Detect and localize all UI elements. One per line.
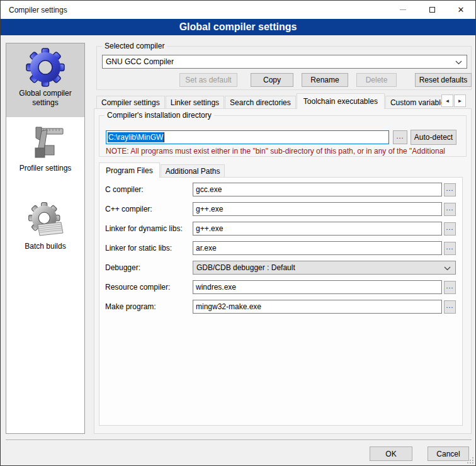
- debugger-select-value: GDB/CDB debugger : Default: [196, 263, 295, 272]
- sidebar-item-global-compiler-settings[interactable]: Global compiler settings: [6, 43, 84, 117]
- chevron-down-icon: [444, 266, 451, 271]
- make-program-input[interactable]: [193, 300, 442, 314]
- window-title: Compiler settings: [9, 6, 67, 14]
- close-icon: ✕: [458, 6, 465, 14]
- installation-directory-browse-button[interactable]: ...: [393, 130, 407, 144]
- reset-defaults-button[interactable]: Reset defaults: [415, 73, 472, 87]
- installation-directory-input[interactable]: C:\raylib\MinGW: [106, 130, 389, 144]
- cpp-compiler-browse-button[interactable]: ...: [444, 203, 456, 216]
- form-row-dynamic-linker: Linker for dynamic libs: ...: [99, 222, 463, 236]
- sidebar-item-label: Profiler settings: [6, 164, 84, 178]
- field-label: Linker for dynamic libs:: [105, 222, 183, 236]
- left-arrow-icon: ◄: [445, 98, 450, 104]
- rename-button[interactable]: Rename: [302, 73, 348, 87]
- compiler-select[interactable]: GNU GCC Compiler: [102, 55, 467, 69]
- sidebar-item-batch-builds[interactable]: Batch builds: [6, 196, 84, 264]
- selected-compiler-group: Selected compiler GNU GCC Compiler Set a…: [96, 46, 472, 90]
- minimize-icon: [400, 9, 406, 10]
- field-label: Linker for static libs:: [105, 241, 172, 255]
- group-legend: Compiler's installation directory: [105, 111, 214, 120]
- field-label: Debugger:: [105, 261, 140, 275]
- tab-compiler-settings[interactable]: Compiler settings: [96, 96, 165, 109]
- cancel-button[interactable]: Cancel: [428, 446, 469, 461]
- resource-compiler-input[interactable]: [193, 280, 442, 294]
- form-row-resource-compiler: Resource compiler: ...: [99, 280, 463, 294]
- tab-search-directories[interactable]: Search directories: [225, 96, 296, 109]
- sidebar-item-profiler-settings[interactable]: Profiler settings: [6, 118, 84, 183]
- subtab-additional-paths[interactable]: Additional Paths: [161, 164, 225, 178]
- resize-grip-icon[interactable]: [467, 457, 473, 463]
- sidebar-item-label: Global compiler settings: [6, 89, 84, 113]
- close-button[interactable]: ✕: [446, 1, 475, 19]
- group-legend: Selected compiler: [102, 42, 167, 50]
- debugger-select[interactable]: GDB/CDB debugger : Default: [193, 261, 456, 275]
- dynamic-linker-browse-button[interactable]: ...: [444, 222, 456, 236]
- minimize-button[interactable]: [388, 1, 417, 19]
- dynamic-linker-input[interactable]: [193, 222, 442, 236]
- window-controls: ✕: [388, 1, 475, 19]
- field-label: C compiler:: [105, 183, 144, 196]
- installation-directory-group: Compiler's installation directory C:\ray…: [99, 115, 467, 157]
- blue-gear-icon: [25, 47, 65, 88]
- gear-papers-icon: [25, 200, 65, 241]
- tab-linker-settings[interactable]: Linker settings: [166, 96, 224, 109]
- copy-button[interactable]: Copy: [251, 73, 293, 87]
- tab-custom-variables[interactable]: Custom variables: [385, 96, 441, 109]
- settings-category-list: Global compiler settings Profiler settin…: [6, 43, 85, 434]
- chevron-down-icon: [455, 60, 462, 65]
- resource-compiler-browse-button[interactable]: ...: [444, 281, 456, 294]
- form-row-cpp-compiler: C++ compiler: ...: [99, 202, 463, 216]
- form-row-debugger: Debugger: GDB/CDB debugger : Default: [99, 261, 463, 275]
- make-program-browse-button[interactable]: ...: [444, 300, 456, 314]
- compiler-settings-dialog: Compiler settings ✕ Global compiler sett…: [0, 0, 476, 466]
- subtab-program-files[interactable]: Program Files: [99, 162, 160, 178]
- c-compiler-input[interactable]: [193, 183, 442, 196]
- caliper-icon: [25, 122, 65, 162]
- ok-button[interactable]: OK: [370, 446, 412, 461]
- maximize-button[interactable]: [417, 1, 446, 19]
- tab-scroll-left-button[interactable]: ◄: [441, 94, 453, 107]
- tab-scroll-right-button[interactable]: ►: [454, 94, 466, 107]
- compiler-options-tabstrip: Compiler settings Linker settings Search…: [94, 93, 472, 109]
- program-files-tabstrip: Program Files Additional Paths: [99, 162, 225, 178]
- compiler-select-value: GNU GCC Compiler: [106, 57, 174, 66]
- field-label: Resource compiler:: [105, 280, 170, 294]
- static-linker-browse-button[interactable]: ...: [444, 242, 456, 255]
- cpp-compiler-input[interactable]: [193, 202, 442, 216]
- delete-button[interactable]: Delete: [356, 73, 397, 87]
- maximize-icon: [429, 7, 435, 13]
- bin-subdirectory-note: NOTE: All programs must exist either in …: [106, 147, 465, 156]
- tab-toolchain-executables[interactable]: Toolchain executables: [297, 93, 385, 109]
- right-arrow-icon: ►: [458, 98, 463, 104]
- field-label: C++ compiler:: [105, 202, 152, 216]
- page-title: Global compiler settings: [1, 19, 475, 35]
- sidebar-item-label: Batch builds: [6, 242, 84, 256]
- static-linker-input[interactable]: [193, 241, 442, 255]
- form-row-make-program: Make program: ...: [99, 300, 463, 314]
- footer-separator: [6, 440, 472, 441]
- field-label: Make program:: [105, 300, 156, 314]
- tabs-clip: Compiler settings Linker settings Search…: [96, 93, 441, 109]
- title-bar: Compiler settings ✕: [1, 1, 475, 19]
- set-as-default-button[interactable]: Set as default: [179, 73, 237, 87]
- selected-text: C:\raylib\MinGW: [108, 132, 164, 142]
- form-row-c-compiler: C compiler: ...: [99, 183, 463, 196]
- auto-detect-button[interactable]: Auto-detect: [411, 130, 456, 145]
- c-compiler-browse-button[interactable]: ...: [444, 183, 456, 196]
- form-row-static-linker: Linker for static libs: ...: [99, 241, 463, 255]
